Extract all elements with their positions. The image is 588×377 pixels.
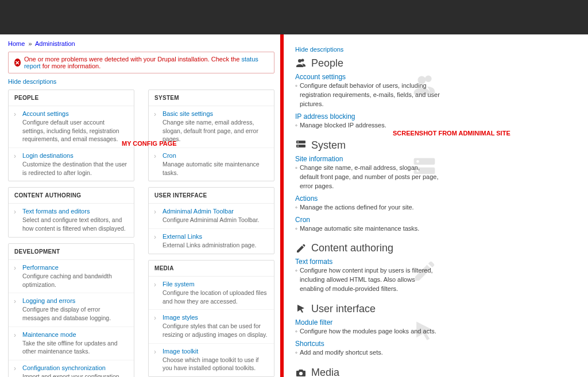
config-link-item[interactable]: Account settingsConfigure default user a… <box>9 106 134 148</box>
config-link-desc: Select and configure text editors, and h… <box>22 216 128 232</box>
card-title: Content authoring <box>311 242 393 254</box>
status-alert: ✕ One or more problems were detected wit… <box>8 52 274 73</box>
config-column: PEOPLEAccount settingsConfigure default … <box>8 90 134 377</box>
category-card: User interfaceModule filter◦Configure ho… <box>295 303 440 361</box>
config-link-item[interactable]: Text formats and editorsSelect and confi… <box>9 204 134 236</box>
bullet-icon: ◦ <box>295 203 297 212</box>
config-link-desc: Configure styles that can be used for re… <box>163 322 268 339</box>
breadcrumb-home[interactable]: Home <box>8 40 25 47</box>
category-item-desc: ◦Manage automatic site maintenance tasks… <box>295 224 440 234</box>
category-item-link[interactable]: Actions <box>295 195 440 203</box>
category-item: Cron◦Manage automatic site maintenance t… <box>295 216 440 234</box>
users-bg-icon <box>411 73 438 100</box>
alert-text-post: for more information. <box>42 63 100 69</box>
category-item-desc: ◦Manage blocked IP addresses. <box>295 121 440 130</box>
top-header-bar <box>0 0 588 34</box>
card-header: Content authoring <box>295 242 440 254</box>
right-pane: Hide descriptions PeopleAccount settings… <box>284 34 585 377</box>
config-link-item[interactable]: CronManage automatic site maintenance ta… <box>149 148 274 181</box>
bullet-icon: ◦ <box>295 164 297 191</box>
section-heading: DEVELOPMENT <box>9 244 134 260</box>
pencil-bg-icon <box>411 258 438 285</box>
breadcrumb-admin[interactable]: Administration <box>35 40 75 47</box>
bullet-icon: ◦ <box>295 224 297 234</box>
hide-descriptions-link-right[interactable]: Hide descriptions <box>295 46 343 53</box>
config-link-desc: Configure caching and bandwidth optimiza… <box>22 272 128 289</box>
config-link-desc: External Links administration page. <box>163 241 268 250</box>
config-section: USER INTERFACEAdminimal Admin ToolbarCon… <box>148 187 274 254</box>
config-link-title[interactable]: Maintenance mode <box>22 331 128 338</box>
category-card: MediaFile system◦Tell Drupal where to st… <box>295 367 440 377</box>
config-link-title[interactable]: Text formats and editors <box>22 208 128 215</box>
overlay-label-right: SCREENSHOT FROM ADMINIMAL SITE <box>393 130 510 137</box>
pointer-bg-icon <box>411 319 438 345</box>
server-bg-icon <box>411 156 438 182</box>
card-title: User interface <box>311 303 376 315</box>
config-link-title[interactable]: Image styles <box>163 314 268 321</box>
config-link-title[interactable]: Basic site settings <box>163 110 268 117</box>
config-link-desc: Configure Adminimal Admin Toolbar. <box>163 216 268 224</box>
card-title: People <box>311 57 343 69</box>
card-header: User interface <box>295 303 440 315</box>
config-link-item[interactable]: Login destinationsCustomize the destinat… <box>9 148 134 181</box>
bullet-icon: ◦ <box>295 266 297 294</box>
section-heading: SYSTEM <box>149 90 274 106</box>
config-section: MEDIAFile systemConfigure the location o… <box>148 260 274 377</box>
config-link-desc: Configure default user account settings,… <box>22 118 128 143</box>
config-link-title[interactable]: Account settings <box>22 110 128 117</box>
config-link-item[interactable]: Logging and errorsConfigure the display … <box>9 293 134 327</box>
config-link-item[interactable]: PerformanceConfigure caching and bandwid… <box>9 260 134 293</box>
config-link-item[interactable]: Image toolkitChoose which image toolkit … <box>149 344 274 376</box>
category-item-link[interactable]: IP address blocking <box>295 112 440 121</box>
category-item-link[interactable]: Cron <box>295 216 440 224</box>
config-link-item[interactable]: Configuration synchronizationImport and … <box>9 360 134 377</box>
config-link-item[interactable]: Image stylesConfigure styles that can be… <box>149 310 274 343</box>
pencil-icon <box>295 243 307 254</box>
config-link-desc: Configure the display of error messages … <box>22 305 128 322</box>
category-card: Content authoringText formats◦Configure … <box>295 242 440 297</box>
breadcrumb-sep: » <box>28 40 32 47</box>
users-icon <box>295 58 307 69</box>
config-link-title[interactable]: Cron <box>163 152 268 159</box>
config-link-title[interactable]: Configuration synchronization <box>22 364 128 371</box>
section-heading: PEOPLE <box>9 90 134 106</box>
bullet-icon: ◦ <box>295 327 297 336</box>
alert-text-pre: One or more problems were detected with … <box>24 56 241 63</box>
config-link-desc: Manage automatic site maintenance tasks. <box>163 160 268 177</box>
category-item: IP address blocking◦Manage blocked IP ad… <box>295 112 440 130</box>
pointer-icon <box>295 304 307 315</box>
config-link-title[interactable]: File system <box>163 281 268 287</box>
config-link-title[interactable]: Login destinations <box>22 152 128 159</box>
config-link-title[interactable]: Performance <box>22 264 128 271</box>
config-link-item[interactable]: File systemConfigure the location of upl… <box>149 277 274 310</box>
category-card: PeopleAccount settings◦Configure default… <box>295 57 440 134</box>
config-section: SYSTEMBasic site settingsChange site nam… <box>148 90 274 181</box>
hide-descriptions-link-left[interactable]: Hide descriptions <box>8 78 56 85</box>
config-link-title[interactable]: Image toolkit <box>163 348 268 355</box>
card-title: Media <box>311 367 339 377</box>
category-card: SystemSite information◦Change site name,… <box>295 139 440 237</box>
card-title: System <box>311 139 346 151</box>
config-link-item[interactable]: Maintenance modeTake the site offline fo… <box>9 327 134 360</box>
section-heading: MEDIA <box>149 261 274 277</box>
config-link-desc: Import and export your configuration. <box>22 372 128 377</box>
card-header: Media <box>295 367 440 377</box>
config-column: SYSTEMBasic site settingsChange site nam… <box>148 90 274 377</box>
config-link-item[interactable]: External LinksExternal Links administrat… <box>149 229 274 254</box>
config-section: CONTENT AUTHORINGText formats and editor… <box>8 187 134 237</box>
config-link-desc: Configure the location of uploaded files… <box>163 289 268 305</box>
config-link-desc: Customize the destination that the user … <box>22 160 128 177</box>
camera-icon <box>295 367 307 377</box>
config-section: PEOPLEAccount settingsConfigure default … <box>8 90 134 181</box>
left-pane: Home » Administration ✕ One or more prob… <box>0 34 284 377</box>
breadcrumb: Home » Administration <box>8 40 274 47</box>
config-link-title[interactable]: Adminimal Admin Toolbar <box>163 208 268 215</box>
section-heading: USER INTERFACE <box>149 188 274 204</box>
config-link-title[interactable]: Logging and errors <box>22 297 128 304</box>
config-link-item[interactable]: Adminimal Admin ToolbarConfigure Adminim… <box>149 204 274 229</box>
server-icon <box>295 139 307 151</box>
config-link-title[interactable]: External Links <box>163 233 268 240</box>
config-link-desc: Choose which image toolkit to use if you… <box>163 356 268 372</box>
overlay-label-left: MY CONFIG PAGE <box>122 140 177 147</box>
config-link-desc: Take the site offline for updates and ot… <box>22 339 128 356</box>
